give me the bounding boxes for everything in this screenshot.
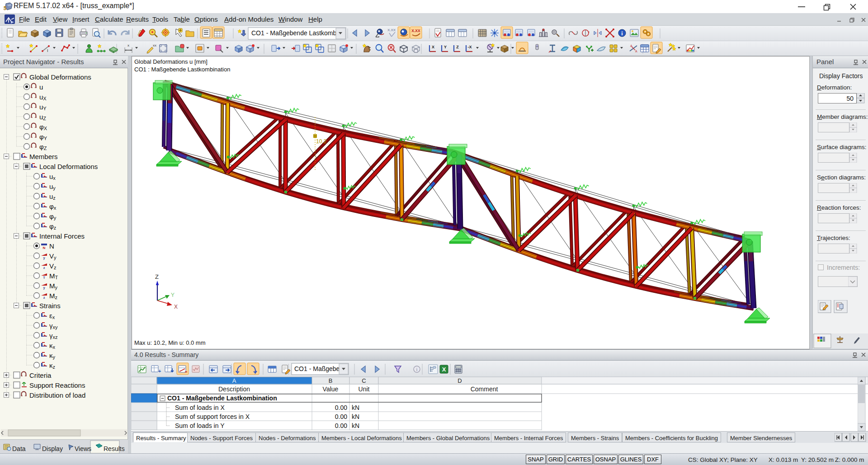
svg-text:κz: κz (49, 362, 55, 370)
svg-text:γxy: γxy (49, 322, 58, 330)
svg-text:C: C (362, 377, 366, 384)
svg-text:γxz: γxz (49, 332, 58, 340)
svg-text:Internal Forces: Internal Forces (39, 232, 85, 240)
svg-text:Distribution of load: Distribution of load (29, 391, 85, 399)
svg-text:Sum of loads in X: Sum of loads in X (175, 404, 225, 411)
svg-text:X: X (442, 366, 446, 373)
svg-text:y: y (43, 256, 45, 260)
svg-text:uz: uz (49, 193, 56, 201)
svg-text:z: z (43, 266, 45, 270)
svg-text:φx: φx (49, 202, 57, 211)
svg-text:Z: Z (155, 273, 159, 280)
svg-text:X: X (432, 45, 434, 49)
svg-text:CO1 - Maßgebende Lastkombiı: CO1 - Maßgebende Lastkombiı (251, 29, 340, 37)
svg-text:Value: Value (323, 385, 339, 393)
svg-text:Description: Description (218, 385, 250, 393)
svg-text:z: z (43, 296, 45, 300)
svg-text:φZ: φZ (39, 143, 47, 151)
svg-text:Support Reactions: Support Reactions (29, 381, 85, 389)
svg-text:uX: uX (39, 93, 47, 101)
svg-text:φX: φX (39, 123, 47, 131)
svg-text:φz: φz (49, 222, 56, 230)
svg-text:CO1 - Maßgebenı: CO1 - Maßgebenı (294, 365, 345, 372)
svg-text:X.XX: X.XX (411, 28, 420, 33)
svg-text:B: B (329, 377, 333, 384)
svg-text:Results: Results (104, 445, 125, 452)
svg-text:My: My (49, 282, 58, 290)
svg-text:10.2: 10.2 (316, 138, 327, 145)
svg-text:Members: Members (29, 153, 58, 160)
svg-text:y: y (43, 286, 45, 290)
svg-text:ux: ux (49, 173, 56, 181)
svg-text:Y: Y (444, 45, 447, 49)
svg-text:+: + (158, 368, 161, 374)
svg-text:uy: uy (49, 183, 56, 191)
svg-text:κy: κy (49, 352, 56, 360)
svg-text:φy: φy (49, 212, 57, 221)
svg-text:5: 5 (4, 5, 7, 11)
svg-text:i: i (416, 366, 417, 372)
svg-text:A: A (635, 50, 637, 53)
svg-text:Sum of loads in Y: Sum of loads in Y (175, 422, 225, 429)
svg-text:u: u (39, 83, 43, 91)
svg-text:φY: φY (39, 133, 47, 141)
svg-text:Unit: Unit (359, 385, 370, 393)
svg-text:x: x (127, 43, 129, 47)
svg-text:Views: Views (75, 445, 91, 452)
svg-text:Z: Z (456, 45, 459, 49)
svg-text:Strains: Strains (39, 302, 61, 310)
svg-text:0.00: 0.00 (335, 404, 347, 411)
svg-text:kN: kN (352, 413, 359, 420)
svg-text:D: D (458, 377, 462, 384)
svg-text:xx: xx (153, 43, 156, 47)
svg-text:Local Deformations: Local Deformations (39, 163, 98, 170)
svg-text:kN: kN (352, 404, 359, 411)
svg-text:A: A (232, 377, 236, 384)
svg-text:T: T (43, 276, 45, 280)
svg-text:Display: Display (42, 445, 63, 452)
svg-text:A: A (630, 44, 632, 47)
svg-text:Sum of support forces in X: Sum of support forces in X (175, 413, 250, 420)
svg-text:Vz: Vz (49, 262, 57, 270)
svg-text:Criteria: Criteria (29, 371, 52, 379)
svg-text:kN: kN (352, 422, 359, 429)
svg-text:N: N (49, 242, 54, 250)
svg-text:Comment: Comment (471, 385, 498, 393)
svg-text:uY: uY (39, 103, 47, 111)
svg-text:N: N (43, 246, 46, 250)
svg-text:Mz: Mz (49, 292, 57, 300)
svg-text:MT: MT (49, 272, 58, 280)
svg-text:X: X (174, 304, 178, 310)
svg-text:-X: -X (468, 45, 472, 49)
svg-text:εx: εx (49, 312, 55, 320)
svg-text:CO1 - Maßgebende Lastkombinati: CO1 - Maßgebende Lastkombination (167, 395, 277, 402)
svg-text:Global Deformations: Global Deformations (29, 73, 91, 81)
svg-text:0.00: 0.00 (335, 422, 347, 429)
svg-text:Vy: Vy (49, 252, 57, 260)
svg-text:κx: κx (49, 342, 56, 350)
svg-text:Data: Data (12, 445, 26, 452)
svg-text:uZ: uZ (39, 113, 46, 121)
svg-text:I: I (47, 48, 48, 53)
svg-text:X.XX: X.XX (387, 28, 396, 32)
svg-text:0.00: 0.00 (335, 413, 347, 420)
svg-text:Y: Y (171, 292, 175, 298)
